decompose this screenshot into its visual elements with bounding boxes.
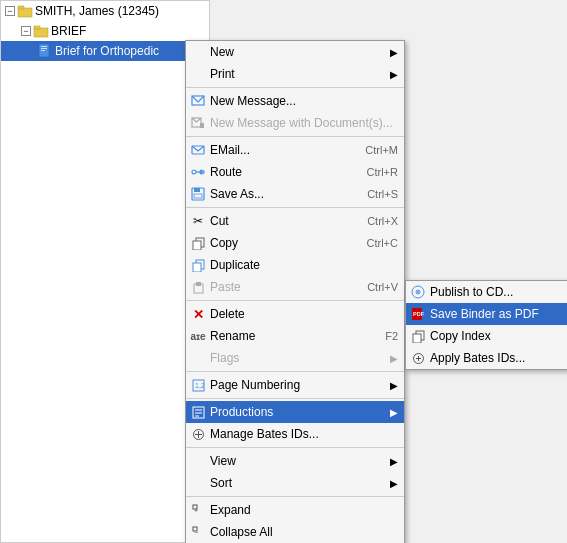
tree-item-root[interactable]: − SMITH, James (12345): [1, 1, 209, 21]
menu-productions-label: Productions: [210, 405, 273, 419]
separator-3: [186, 207, 404, 208]
menu-manage-bates[interactable]: Manage Bates IDs...: [186, 423, 404, 445]
svg-rect-5: [41, 46, 47, 47]
menu-print[interactable]: Print ▶: [186, 63, 404, 85]
page-numbering-icon: 1,2: [190, 377, 206, 393]
save-as-icon: [190, 186, 206, 202]
expand-icon-root[interactable]: −: [5, 6, 15, 16]
doc-icon: [37, 43, 53, 59]
message-doc-icon: [190, 115, 206, 131]
menu-rename[interactable]: aɪe Rename F2: [186, 325, 404, 347]
arrow-icon-new: ▶: [390, 47, 398, 58]
menu-flags-label: Flags: [210, 351, 239, 365]
menu-delete-label: Delete: [210, 307, 245, 321]
svg-rect-7: [41, 50, 45, 51]
submenu-save-binder-label: Save Binder as PDF: [430, 307, 539, 321]
svg-rect-2: [34, 28, 48, 37]
menu-duplicate-label: Duplicate: [210, 258, 260, 272]
bates-icon: [190, 426, 206, 442]
paste-shortcut: Ctrl+V: [367, 281, 398, 293]
arrow-icon-print: ▶: [390, 69, 398, 80]
menu-route[interactable]: Route Ctrl+R: [186, 161, 404, 183]
svg-rect-6: [41, 48, 47, 49]
expand-icon-brief[interactable]: −: [21, 26, 31, 36]
menu-new[interactable]: New ▶: [186, 41, 404, 63]
menu-print-label: Print: [210, 67, 235, 81]
menu-duplicate[interactable]: Duplicate: [186, 254, 404, 276]
menu-paste-label: Paste: [210, 280, 241, 294]
menu-email[interactable]: EMail... Ctrl+M: [186, 139, 404, 161]
submenu-save-binder[interactable]: PDF Save Binder as PDF: [406, 303, 567, 325]
message-icon: [190, 93, 206, 109]
menu-expand-label: Expand: [210, 503, 251, 517]
svg-rect-24: [196, 282, 201, 286]
menu-new-label: New: [210, 45, 234, 59]
menu-new-message-label: New Message...: [210, 94, 296, 108]
email-icon: [190, 142, 206, 158]
submenu-copy-index-label: Copy Index: [430, 329, 491, 343]
arrow-icon-page-numbering: ▶: [390, 380, 398, 391]
tree-item-brief-label: BRIEF: [51, 24, 86, 38]
menu-view-label: View: [210, 454, 236, 468]
separator-6: [186, 398, 404, 399]
menu-route-label: Route: [210, 165, 242, 179]
submenu-apply-bates-label: Apply Bates IDs...: [430, 351, 525, 365]
svg-rect-20: [193, 241, 201, 250]
tree-item-root-label: SMITH, James (12345): [35, 4, 159, 18]
pdf-icon: PDF: [410, 306, 426, 322]
collapse-icon: −: [190, 524, 206, 540]
menu-copy-label: Copy: [210, 236, 238, 250]
copy-icon: [190, 235, 206, 251]
menu-new-message-doc-label: New Message with Document(s)...: [210, 116, 393, 130]
menu-new-message[interactable]: New Message...: [186, 90, 404, 112]
submenu-copy-index[interactable]: Copy Index Ctrl+I: [406, 325, 567, 347]
tree-item-doc-label: Brief for Orthopedic: [55, 44, 159, 58]
menu-view[interactable]: View ▶: [186, 450, 404, 472]
arrow-icon-sort: ▶: [390, 478, 398, 489]
menu-delete[interactable]: ✕ Delete: [186, 303, 404, 325]
cut-icon: ✂: [190, 213, 206, 229]
duplicate-icon: [190, 257, 206, 273]
menu-page-numbering-label: Page Numbering: [210, 378, 300, 392]
menu-flags[interactable]: Flags ▶: [186, 347, 404, 369]
menu-new-message-doc[interactable]: New Message with Document(s)...: [186, 112, 404, 134]
menu-collapse-all-label: Collapse All: [210, 525, 273, 539]
menu-sort[interactable]: Sort ▶: [186, 472, 404, 494]
route-shortcut: Ctrl+R: [367, 166, 398, 178]
tree-item-doc[interactable]: Brief for Orthopedic: [1, 41, 209, 61]
separator-7: [186, 447, 404, 448]
menu-cut[interactable]: ✂ Cut Ctrl+X: [186, 210, 404, 232]
expand-menu-icon: +: [190, 502, 206, 518]
email-shortcut: Ctrl+M: [365, 144, 398, 156]
folder-icon-brief: [33, 23, 49, 39]
svg-rect-1: [18, 6, 24, 9]
menu-copy[interactable]: Copy Ctrl+C: [186, 232, 404, 254]
menu-expand[interactable]: + Expand: [186, 499, 404, 521]
menu-paste[interactable]: Paste Ctrl+V: [186, 276, 404, 298]
rename-shortcut: F2: [385, 330, 398, 342]
cd-icon: [410, 284, 426, 300]
context-menu: New ▶ Print ▶ New Message... New Message…: [185, 40, 405, 543]
separator-2: [186, 136, 404, 137]
delete-icon: ✕: [190, 306, 206, 322]
svg-rect-10: [200, 123, 204, 128]
arrow-icon-flags: ▶: [390, 353, 398, 364]
svg-text:1,2: 1,2: [195, 382, 205, 389]
menu-cut-label: Cut: [210, 214, 229, 228]
menu-rename-label: Rename: [210, 329, 255, 343]
route-icon: [190, 164, 206, 180]
svg-text:−: −: [194, 529, 198, 536]
svg-rect-44: [413, 334, 421, 343]
separator-1: [186, 87, 404, 88]
menu-email-label: EMail...: [210, 143, 250, 157]
tree-item-brief[interactable]: − BRIEF: [1, 21, 209, 41]
submenu-apply-bates[interactable]: Apply Bates IDs...: [406, 347, 567, 369]
arrow-icon-productions: ▶: [390, 407, 398, 418]
menu-save-as[interactable]: Save As... Ctrl+S: [186, 183, 404, 205]
menu-manage-bates-label: Manage Bates IDs...: [210, 427, 319, 441]
submenu-publish-cd[interactable]: Publish to CD...: [406, 281, 567, 303]
menu-collapse-all[interactable]: − Collapse All: [186, 521, 404, 543]
svg-rect-18: [194, 194, 202, 198]
menu-page-numbering[interactable]: 1,2 Page Numbering ▶: [186, 374, 404, 396]
menu-productions[interactable]: Productions ▶: [186, 401, 404, 423]
